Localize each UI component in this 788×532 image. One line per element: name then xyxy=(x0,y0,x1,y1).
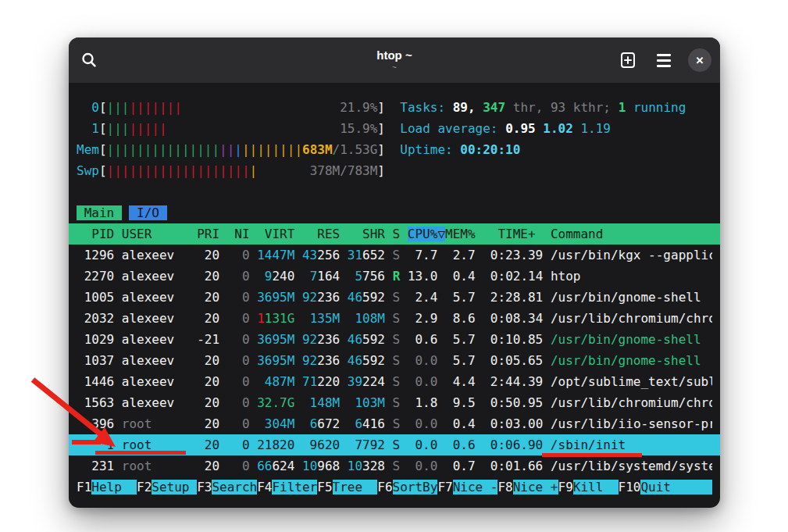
window-subtitle: ~ xyxy=(392,63,397,73)
search-button[interactable] xyxy=(77,48,102,73)
column-headers-right[interactable]: MEM% TIME+ Command xyxy=(445,227,603,241)
process-row-1005[interactable]: 1005 alexeev 20 0 3695M 92236 46592 S 2.… xyxy=(77,287,712,308)
process-row-1037[interactable]: 1037 alexeev 20 0 3695M 92236 46592 S 0.… xyxy=(77,350,712,371)
close-button[interactable]: ✕ xyxy=(687,48,712,73)
process-row-231[interactable]: 231 root 20 0 66624 10968 10328 S 0.0 0.… xyxy=(77,455,712,477)
titlebar-left xyxy=(77,48,170,73)
spacer xyxy=(77,181,712,202)
search-icon xyxy=(80,52,98,69)
fn-quit[interactable]: Quit xyxy=(640,480,712,495)
table-header[interactable]: PID USER PRI NI VIRT RES SHR S CPU%▽MEM%… xyxy=(69,223,720,245)
hamburger-menu-icon xyxy=(657,54,671,67)
process-row-1446[interactable]: 1446 alexeev 20 0 487M 71220 39224 S 0.0… xyxy=(77,371,712,392)
function-key-bar[interactable]: F1Help F2Setup F3SearchF4FilterF5Tree F6… xyxy=(77,477,712,498)
fn-filter[interactable]: Filter xyxy=(272,480,317,495)
column-headers[interactable]: PID USER PRI NI VIRT RES SHR S xyxy=(77,227,408,241)
fnkey-f7[interactable]: F7 xyxy=(437,480,452,495)
mem-meter: Mem[||||||||||||||||||||||||||683M/1.53G… xyxy=(77,139,712,160)
fn-nice-minus[interactable]: Nice - xyxy=(453,480,498,495)
fnkey-f3[interactable]: F3 xyxy=(197,480,212,495)
process-row-1296[interactable]: 1296 alexeev 20 0 1447M 43256 31652 S 7.… xyxy=(77,245,712,266)
fnkey-f1[interactable]: F1 xyxy=(77,480,91,495)
titlebar-buttons: ✕ xyxy=(615,48,712,73)
new-tab-button[interactable] xyxy=(615,48,640,73)
fnkey-f8[interactable]: F8 xyxy=(497,480,512,495)
column-cpu-sort[interactable]: CPU%▽ xyxy=(408,227,445,241)
window-title: htop ~ xyxy=(376,48,412,62)
new-tab-icon xyxy=(619,51,637,70)
process-row-1029[interactable]: 1029 alexeev -21 0 3695M 92236 46592 S 0… xyxy=(77,329,712,350)
fn-tree[interactable]: Tree xyxy=(333,480,378,495)
process-row-2270[interactable]: 2270 alexeev 20 0 9240 7164 5756 R 13.0 … xyxy=(77,266,712,287)
process-row-1-selected[interactable]: 1 root 20 0 21820 9620 7792 S 0.0 0.6 0:… xyxy=(69,434,720,455)
tab-main[interactable]: Main xyxy=(77,205,122,220)
swp-meter: Swp[|||||||||||||||||||| 378M/783M] xyxy=(77,160,712,181)
fnkey-f5[interactable]: F5 xyxy=(317,480,332,495)
tab-io[interactable]: I/O xyxy=(129,205,166,220)
titlebar: htop ~ ~ ✕ xyxy=(69,37,720,83)
fn-nice-plus[interactable]: Nice + xyxy=(513,480,558,495)
fn-sortby[interactable]: SortBy xyxy=(393,480,438,495)
process-row-396[interactable]: 396 root 20 0 304M 6672 6416 S 0.0 0.4 0… xyxy=(77,413,712,434)
stage: htop ~ ~ ✕ 0[|||||||||| xyxy=(0,0,788,532)
menu-button[interactable] xyxy=(651,48,676,73)
cpu0-meter: 0[|||||||||| 21.9%] Tasks: 89, 347 thr, … xyxy=(77,97,712,118)
process-row-2032[interactable]: 2032 alexeev 20 0 1131G 135M 108M S 2.9 … xyxy=(77,308,712,329)
cpu1-meter: 1[|||||||| 15.9%] Load average: 0.95 1.0… xyxy=(77,118,712,139)
fnkey-f2[interactable]: F2 xyxy=(137,480,152,495)
fnkey-f9[interactable]: F9 xyxy=(558,480,573,495)
fn-search[interactable]: Search xyxy=(212,480,257,495)
fn-setup[interactable]: Setup xyxy=(152,480,197,495)
close-icon: ✕ xyxy=(688,48,711,72)
fn-help[interactable]: Help xyxy=(91,480,137,495)
tab-bar[interactable]: Main I/O xyxy=(77,202,712,223)
fnkey-f10[interactable]: F10 xyxy=(619,480,641,495)
fn-kill[interactable]: Kill xyxy=(573,480,619,495)
fnkey-f6[interactable]: F6 xyxy=(377,480,392,495)
fnkey-f4[interactable]: F4 xyxy=(257,480,272,495)
process-row-1563[interactable]: 1563 alexeev 20 0 32.7G 148M 103M S 1.8 … xyxy=(77,392,712,413)
htop-terminal: 0[|||||||||| 21.9%] Tasks: 89, 347 thr, … xyxy=(69,83,720,498)
terminal-window: htop ~ ~ ✕ 0[|||||||||| xyxy=(69,37,720,508)
selected-row-text[interactable]: 1 root 20 0 21820 9620 7792 S 0.0 0.6 0:… xyxy=(77,437,626,452)
